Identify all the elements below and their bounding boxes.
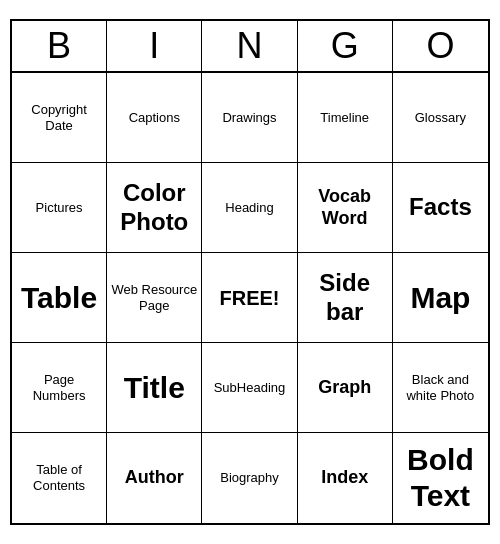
bingo-cell: Vocab Word — [298, 163, 393, 253]
bingo-cell: Bold Text — [393, 433, 488, 523]
bingo-cell: Glossary — [393, 73, 488, 163]
bingo-cell: Black and white Photo — [393, 343, 488, 433]
bingo-cell: Side bar — [298, 253, 393, 343]
bingo-cell: Copyright Date — [12, 73, 107, 163]
bingo-grid: Copyright DateCaptionsDrawingsTimelineGl… — [12, 73, 488, 523]
bingo-cell: Facts — [393, 163, 488, 253]
bingo-cell: Biography — [202, 433, 297, 523]
header-letter: G — [298, 21, 393, 71]
bingo-cell: Timeline — [298, 73, 393, 163]
bingo-cell: Heading — [202, 163, 297, 253]
bingo-cell: FREE! — [202, 253, 297, 343]
bingo-cell: Pictures — [12, 163, 107, 253]
bingo-cell: Map — [393, 253, 488, 343]
header-letter: I — [107, 21, 202, 71]
bingo-cell: Captions — [107, 73, 202, 163]
bingo-cell: Color Photo — [107, 163, 202, 253]
bingo-cell: Drawings — [202, 73, 297, 163]
header-letter: O — [393, 21, 488, 71]
bingo-cell: Graph — [298, 343, 393, 433]
bingo-cell: Index — [298, 433, 393, 523]
header-letter: N — [202, 21, 297, 71]
bingo-card: BINGO Copyright DateCaptionsDrawingsTime… — [10, 19, 490, 525]
header-letter: B — [12, 21, 107, 71]
bingo-cell: Title — [107, 343, 202, 433]
bingo-cell: Web Resource Page — [107, 253, 202, 343]
bingo-cell: Page Numbers — [12, 343, 107, 433]
bingo-cell: Table of Contents — [12, 433, 107, 523]
bingo-cell: SubHeading — [202, 343, 297, 433]
bingo-cell: Table — [12, 253, 107, 343]
bingo-header: BINGO — [12, 21, 488, 73]
bingo-cell: Author — [107, 433, 202, 523]
